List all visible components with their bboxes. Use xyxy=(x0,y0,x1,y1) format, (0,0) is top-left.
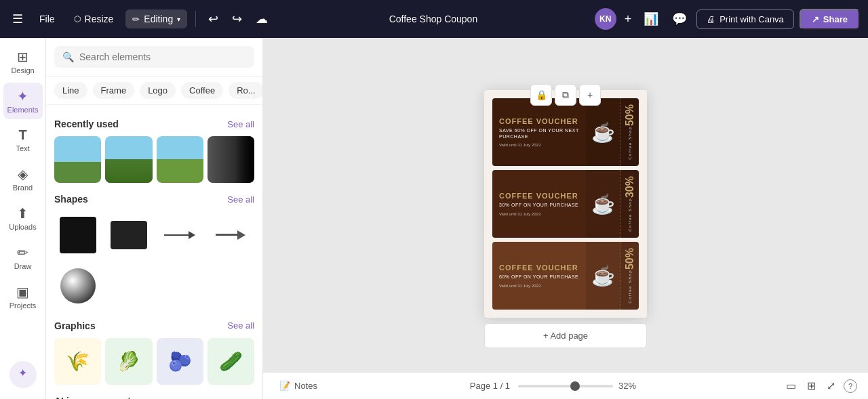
section-title-recently-used: Recently used xyxy=(54,119,119,129)
shape-item-rect-black[interactable] xyxy=(105,211,152,258)
shapes-header: Shapes See all xyxy=(54,194,254,205)
bottom-right: ▭ ⊞ ⤢ ? xyxy=(783,377,857,395)
resize-button[interactable]: ⬡ Resize xyxy=(67,9,121,28)
shape-item-arrow-right[interactable] xyxy=(157,211,203,258)
graphics-header: Graphics See all xyxy=(54,320,254,331)
page-info: Page 1 / 1 xyxy=(470,381,510,391)
voucher-card-1[interactable]: COFFEE VOUCHER SAVE 60% OFF ON YOUR NEXT… xyxy=(492,98,639,166)
ai-icon: ✦ xyxy=(18,366,27,379)
view-grid-icon[interactable]: ⊞ xyxy=(804,377,818,395)
help-icon[interactable]: ? xyxy=(844,379,857,393)
document-title[interactable]: Coffee Shop Coupon xyxy=(389,14,478,24)
resize-icon: ⬡ xyxy=(74,14,81,24)
elements-panel: 🔍 Line Frame Logo Coffee Ro... Recently … xyxy=(46,38,263,399)
share-button[interactable]: ↗ Share xyxy=(800,9,860,30)
sidebar-item-draw[interactable]: ✏ Draw xyxy=(3,239,43,276)
recently-used-item[interactable] xyxy=(105,136,152,183)
view-single-icon[interactable]: ▭ xyxy=(783,377,799,395)
analytics-icon[interactable]: 📊 xyxy=(639,7,663,30)
voucher-left-2: COFFEE VOUCHER 30% OFF ON YOUR PURCHASE … xyxy=(492,170,586,238)
sidebar-item-label: Elements xyxy=(7,106,39,114)
canvas-document: COFFEE VOUCHER SAVE 60% OFF ON YOUR NEXT… xyxy=(484,90,647,354)
title-area: Coffee Shop Coupon xyxy=(277,14,589,24)
shape-item-square-black[interactable] xyxy=(54,211,101,258)
voucher-valid-2: Valid until 31 July 2023 xyxy=(499,212,579,216)
filter-tab-frame[interactable]: Frame xyxy=(93,82,135,99)
filter-tab-logo[interactable]: Logo xyxy=(140,82,176,99)
recently-used-item[interactable] xyxy=(208,136,254,183)
see-all-recently-used[interactable]: See all xyxy=(227,119,254,129)
see-all-graphics[interactable]: See all xyxy=(227,320,254,331)
coffee-cup-image-2: ☕ xyxy=(586,170,620,238)
filter-tab-more[interactable]: Ro... xyxy=(229,82,262,99)
fullscreen-icon[interactable]: ⤢ xyxy=(824,377,838,395)
coffee-cup-image-3: ☕ xyxy=(586,242,620,310)
coffee-cup-image-1: ☕ xyxy=(586,98,620,166)
see-all-shapes[interactable]: See all xyxy=(227,194,254,205)
sidebar-item-elements[interactable]: ✦ Elements xyxy=(3,83,43,119)
file-menu[interactable]: File xyxy=(33,9,62,28)
comments-icon[interactable]: 💬 xyxy=(668,7,691,30)
filter-tab-line[interactable]: Line xyxy=(54,82,87,99)
graphic-item-3[interactable]: 🫐 xyxy=(157,338,203,385)
draw-icon: ✏ xyxy=(17,245,28,261)
sidebar-item-uploads[interactable]: ⬆ Uploads xyxy=(3,200,43,236)
shape-item-arrow-styled[interactable] xyxy=(208,211,254,258)
voucher-card-2[interactable]: COFFEE VOUCHER 30% OFF ON YOUR PURCHASE … xyxy=(492,170,639,238)
editing-button[interactable]: ✏ Editing ▾ xyxy=(125,9,187,28)
add-collaborator-button[interactable]: + xyxy=(622,9,635,29)
redo-button[interactable]: ↪ xyxy=(228,7,246,30)
graphic-item-1[interactable]: 🌾 xyxy=(54,338,101,385)
search-input[interactable] xyxy=(79,51,246,62)
section-title-shapes: Shapes xyxy=(54,194,88,205)
sidebar-item-brand[interactable]: ◈ Brand xyxy=(3,161,43,197)
separator xyxy=(195,11,196,27)
voucher-title-1: COFFEE VOUCHER xyxy=(499,117,579,125)
cloud-save-icon[interactable]: ☁ xyxy=(252,7,272,30)
voucher-subtitle-2: 30% OFF ON YOUR PURCHASE xyxy=(499,202,579,208)
panel-content: Recently used See all xyxy=(46,105,262,399)
notes-button[interactable]: 📝 Notes xyxy=(274,378,323,394)
sidebar-item-label: Uploads xyxy=(9,223,36,231)
voucher-card-3[interactable]: COFFEE VOUCHER 60% OFF ON YOUR PURCHASE … xyxy=(492,242,639,310)
voucher-left-1: COFFEE VOUCHER SAVE 60% OFF ON YOUR NEXT… xyxy=(492,98,586,166)
zoom-slider-wrap: 32% xyxy=(518,381,636,391)
sidebar-item-label: Draw xyxy=(14,262,32,270)
expand-button[interactable]: + xyxy=(579,84,601,106)
voucher-document[interactable]: COFFEE VOUCHER SAVE 60% OFF ON YOUR NEXT… xyxy=(484,90,647,318)
print-button[interactable]: 🖨 Print with Canva xyxy=(696,9,794,29)
sidebar-item-text[interactable]: T Text xyxy=(3,122,43,158)
sidebar-item-label: Projects xyxy=(9,301,37,310)
shape-item-circle-gradient[interactable] xyxy=(54,263,101,310)
sidebar-item-projects[interactable]: ▣ Projects xyxy=(3,278,43,315)
search-input-wrap: 🔍 xyxy=(54,46,254,68)
recently-used-item[interactable] xyxy=(157,136,203,183)
design-icon: ⊞ xyxy=(17,49,28,65)
voucher-subtitle-1: SAVE 60% OFF ON YOUR NEXT PURCHASE xyxy=(499,127,579,140)
main-layout: ⊞ Design ✦ Elements T Text ◈ Brand ⬆ Upl… xyxy=(0,38,868,399)
graphic-item-2[interactable]: 🥬 xyxy=(105,338,152,385)
lock-button[interactable]: 🔒 xyxy=(530,84,552,106)
graphics-grid: 🌾 🥬 🫐 🥒 xyxy=(54,338,254,385)
avatar[interactable]: KN xyxy=(595,8,616,30)
sidebar-item-label: Design xyxy=(11,66,34,75)
sidebar-item-design[interactable]: ⊞ Design xyxy=(3,43,43,80)
undo-button[interactable]: ↩ xyxy=(204,7,222,30)
hamburger-menu[interactable]: ☰ xyxy=(8,7,27,30)
graphic-item-4[interactable]: 🥒 xyxy=(208,338,254,385)
filter-tab-coffee[interactable]: Coffee xyxy=(181,82,223,99)
voucher-subtitle-3: 60% OFF ON YOUR PURCHASE xyxy=(499,274,579,280)
add-page-button[interactable]: + Add page xyxy=(484,323,647,348)
sidebar-icons: ⊞ Design ✦ Elements T Text ◈ Brand ⬆ Upl… xyxy=(0,38,46,399)
zoom-slider[interactable] xyxy=(518,385,613,387)
zoom-thumb[interactable] xyxy=(570,381,580,391)
duplicate-button[interactable]: ⧉ xyxy=(555,84,576,106)
voucher-title-3: COFFEE VOUCHER xyxy=(499,264,579,272)
sidebar-item-ai[interactable]: ✦ xyxy=(9,361,37,388)
text-icon: T xyxy=(18,127,26,143)
chevron-down-icon: ▾ xyxy=(177,16,180,23)
canvas-main[interactable]: 🔒 ⧉ + COFFEE VOUCHER SAVE 60% OFF ON YOU… xyxy=(263,38,868,372)
recently-used-item[interactable] xyxy=(54,136,101,183)
recently-used-grid xyxy=(54,136,254,183)
search-bar: 🔍 xyxy=(46,38,262,77)
